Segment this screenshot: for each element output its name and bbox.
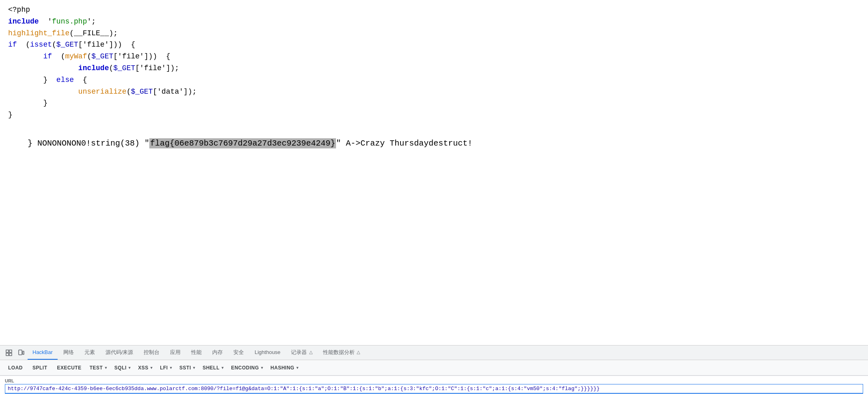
ssti-dropdown-arrow: ▼ [192,366,196,370]
tab-security[interactable]: 安全 [228,345,249,360]
hackbar-toolbar: LOAD SPLIT EXECUTE TEST ▼ SQLI ▼ XSS ▼ L… [0,360,868,376]
code-display: <?php include 'funs.php'; highlight_file… [0,0,868,345]
url-label: URL [5,378,863,383]
svg-rect-5 [23,351,24,354]
svg-rect-3 [9,353,12,356]
code-line-2: include 'funs.php'; [8,16,860,28]
ssti-dropdown[interactable]: SSTI ▼ [177,363,198,372]
output-prefix: } NONONONON0!string(38) " [28,139,149,148]
code-line-5: if (myWaf($_GET['file'])) { [8,51,860,62]
test-dropdown-arrow: ▼ [104,366,108,370]
test-dropdown[interactable]: TEST ▼ [87,363,110,372]
execute-button[interactable]: EXECUTE [53,363,86,372]
code-line-8: unserialize($_GET['data']); [8,86,860,98]
devtools-icon-1[interactable] [3,345,15,360]
code-line-10: } [8,109,860,121]
tab-recorder[interactable]: 记录器 △ [286,345,317,360]
tab-performance[interactable]: 性能 [186,345,207,360]
svg-rect-0 [6,350,9,352]
load-button[interactable]: LOAD [4,363,27,372]
sqli-dropdown[interactable]: SQLI ▼ [112,363,134,372]
encoding-dropdown-arrow: ▼ [260,366,264,370]
shell-dropdown-arrow: ▼ [221,366,224,370]
xss-dropdown-arrow: ▼ [150,366,153,370]
shell-dropdown[interactable]: SHELL ▼ [200,363,227,372]
url-section: URL [0,376,868,397]
tab-elements[interactable]: 元素 [80,345,100,360]
split-button[interactable]: SPLIT [28,363,52,372]
devtools-tabs-bar: HackBar 网络 元素 源代码/来源 控制台 应用 性能 内存 安全 Lig… [0,345,868,360]
code-line-4: if (isset($_GET['file'])) { [8,39,860,51]
code-line-1: <?php [8,4,860,16]
code-line-3: highlight_file(__FILE__); [8,28,860,39]
tab-hackbar[interactable]: HackBar [28,345,58,360]
xss-dropdown[interactable]: XSS ▼ [136,363,156,372]
url-input[interactable] [5,384,863,394]
svg-rect-4 [19,350,22,355]
code-line-6: include($_GET['file']); [8,62,860,74]
hashing-dropdown-arrow: ▼ [295,366,299,370]
tab-memory[interactable]: 内存 [207,345,228,360]
svg-rect-1 [9,350,12,352]
hashing-dropdown[interactable]: HASHING ▼ [268,363,302,372]
code-line-9: } [8,97,860,109]
encoding-dropdown[interactable]: ENCODING ▼ [228,363,266,372]
code-line-7: } else { [8,74,860,86]
lfi-dropdown-arrow: ▼ [169,366,173,370]
devtools-panel: HackBar 网络 元素 源代码/来源 控制台 应用 性能 内存 安全 Lig… [0,345,868,397]
flag-value: flag{06e879b3c7697d29a27d3ec9239e4249} [149,138,336,148]
output-line: } NONONONON0!string(38) "flag{06e879b3c7… [8,124,860,163]
tab-network[interactable]: 网络 [58,345,79,360]
tab-console[interactable]: 控制台 [139,345,164,360]
tab-sources[interactable]: 源代码/来源 [101,345,138,360]
tab-lighthouse[interactable]: Lighthouse [250,345,285,360]
devtools-icon-2[interactable] [15,345,27,360]
sqli-dropdown-arrow: ▼ [128,366,131,370]
output-suffix: " A->Crazy Thursdaydestruct! [336,139,472,148]
tab-perf-insights[interactable]: 性能数据分析 △ [318,345,365,360]
tab-application[interactable]: 应用 [165,345,185,360]
svg-rect-2 [6,353,9,356]
lfi-dropdown[interactable]: LFI ▼ [157,363,175,372]
